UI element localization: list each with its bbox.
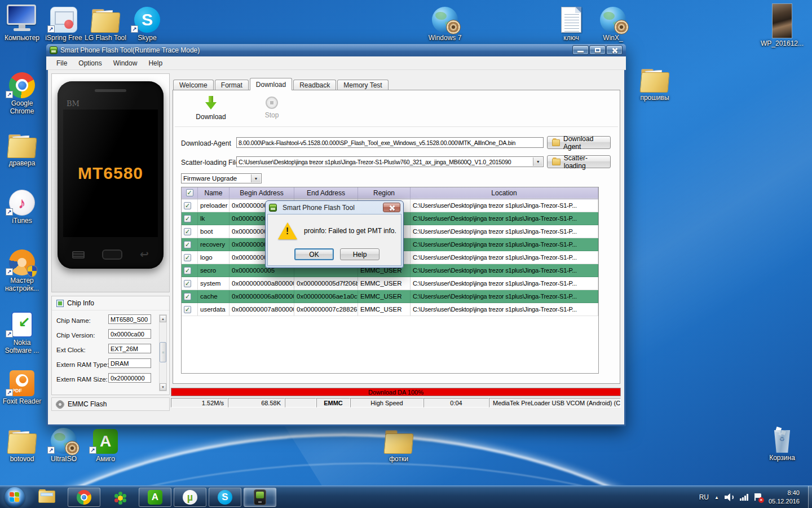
- desktop-icon-proshivy[interactable]: прошивы: [633, 63, 677, 102]
- network-signal-icon[interactable]: [740, 494, 748, 501]
- row-checkbox[interactable]: ✓: [182, 199, 198, 212]
- scatter-button-label: Scatter-loading: [564, 154, 606, 170]
- scroll-up-icon[interactable]: ▲: [160, 315, 166, 322]
- desktop-icon-windows7[interactable]: Windows 7: [423, 3, 467, 42]
- tab-format[interactable]: Format: [215, 80, 249, 90]
- dialog-body: proinfo: Failed to get PMT info. OK Help: [267, 214, 401, 266]
- select-all-checkbox[interactable]: ✓: [182, 187, 198, 199]
- menu-help[interactable]: Help: [143, 58, 168, 69]
- desktop-icon-chrome[interactable]: ↗ Google Chrome: [0, 69, 44, 116]
- row-checkbox[interactable]: ✓: [182, 225, 198, 238]
- chevron-down-icon[interactable]: ▼: [251, 174, 261, 182]
- tab-welcome[interactable]: Welcome: [173, 80, 214, 90]
- dialog-close-button[interactable]: [383, 203, 400, 212]
- desktop-icon-lg-flash-tool[interactable]: LG Flash Tool: [83, 3, 127, 42]
- shortcut-arrow-icon: ↗: [89, 446, 96, 454]
- chip-name-value[interactable]: MT6580_S00: [108, 314, 151, 324]
- taskbar-flashtool-button[interactable]: [244, 488, 276, 507]
- taskbar-utorrent-button[interactable]: µ: [174, 488, 206, 507]
- desktop-icon-kluch[interactable]: ключ: [549, 3, 593, 42]
- clock[interactable]: 8:40 05.12.2016: [769, 489, 800, 506]
- desktop-icon-wp-photo[interactable]: WP_201612...: [760, 2, 804, 48]
- desktop-icon-skype[interactable]: S↗ Skype: [125, 3, 169, 42]
- desktop-icon-ultraiso[interactable]: ↗ UltraISO: [42, 424, 86, 463]
- scatter-file-combo[interactable]: C:\Users\user\Desktop\jinga trezor s1plu…: [236, 156, 544, 167]
- window-titlebar[interactable]: Smart Phone Flash Tool(Runtime Trace Mod…: [46, 44, 626, 56]
- desktop-icon-master-nastroek[interactable]: ↗ Мастер настройк...: [0, 246, 44, 293]
- firmware-mode-select[interactable]: Firmware Upgrade ▼: [181, 173, 262, 183]
- scrollbar-thumb[interactable]: ≡: [160, 342, 166, 362]
- taskbar-explorer-button[interactable]: [37, 489, 60, 505]
- col-begin[interactable]: Begin Address: [230, 187, 294, 199]
- row-checkbox[interactable]: ✓: [182, 264, 198, 277]
- ram-type-value[interactable]: DRAM: [108, 358, 151, 368]
- desktop-icon-recycle-bin[interactable]: ♻ Корзина: [760, 423, 804, 462]
- taskbar-skype-button[interactable]: S: [209, 488, 241, 507]
- col-end[interactable]: End Address: [294, 187, 358, 199]
- desktop-icon-fotki[interactable]: фотки: [377, 424, 421, 463]
- download-button-label: Download: [196, 113, 226, 121]
- taskbar-chrome-button[interactable]: [68, 488, 100, 507]
- action-center-flag-icon[interactable]: ×: [754, 493, 763, 502]
- taskbar-amigo-button[interactable]: A: [139, 488, 171, 507]
- close-button[interactable]: [606, 45, 623, 55]
- download-button[interactable]: Download: [190, 95, 232, 124]
- cell-location: C:\Users\user\Desktop\jinga trezor s1plu…: [411, 290, 598, 303]
- ram-size-value[interactable]: 0x20000000: [108, 373, 151, 383]
- chip-info-scrollbar[interactable]: ▲ ≡ ▼: [159, 314, 167, 391]
- desktop-icon-foxit[interactable]: PDF↗ Foxit Reader: [0, 367, 44, 406]
- stop-button[interactable]: Stop: [251, 95, 293, 124]
- computer-icon: [7, 5, 37, 33]
- desktop-icon-label: Корзина: [760, 454, 804, 462]
- emmc-flash-section[interactable]: EMMC Flash: [51, 397, 170, 411]
- row-checkbox[interactable]: ✓: [182, 238, 198, 251]
- desktop-icon-itunes[interactable]: ♪↗ iTunes: [0, 186, 44, 225]
- cell-location: C:\Users\user\Desktop\jinga trezor s1plu…: [411, 199, 598, 212]
- taskbar-icq-button[interactable]: [111, 491, 130, 505]
- download-agent-button[interactable]: Download Agent: [547, 136, 611, 149]
- start-button[interactable]: [5, 487, 25, 507]
- row-checkbox[interactable]: ✓: [182, 303, 198, 316]
- volume-icon[interactable]: [725, 493, 734, 501]
- col-location[interactable]: Location: [411, 187, 598, 199]
- desktop-icon-computer[interactable]: Компьютер: [0, 3, 44, 42]
- desktop-icon-winx[interactable]: WinX_: [591, 3, 635, 42]
- show-desktop-button[interactable]: [808, 486, 812, 508]
- table-row[interactable]: ✓ system 0x000000000a800000 0x000000005d…: [182, 277, 598, 290]
- tab-download[interactable]: Download: [250, 78, 292, 90]
- language-indicator[interactable]: RU: [699, 493, 709, 501]
- desktop-icon-ispring[interactable]: ↗ iSpring Free: [42, 3, 86, 42]
- row-checkbox[interactable]: ✓: [182, 212, 198, 225]
- desktop-icon-amigo[interactable]: A↗ Амиго: [83, 424, 127, 463]
- chip-version-value[interactable]: 0x0000ca00: [108, 329, 151, 339]
- tab-memory-test[interactable]: Memory Test: [337, 80, 388, 90]
- ok-button[interactable]: OK: [294, 248, 334, 260]
- table-row[interactable]: ✓ cache 0x000000006a800000 0x000000006ae…: [182, 290, 598, 303]
- cell-region: EMMC_USER: [358, 303, 411, 316]
- menu-window[interactable]: Window: [108, 58, 143, 69]
- scatter-loading-button[interactable]: Scatter-loading: [547, 155, 611, 168]
- desktop-icon-botovod[interactable]: botovod: [0, 424, 44, 463]
- hidden-icons-chevron[interactable]: ▲: [714, 495, 719, 500]
- col-region[interactable]: Region: [358, 187, 411, 199]
- scroll-down-icon[interactable]: ▼: [160, 383, 166, 391]
- download-agent-input[interactable]: 8.00.000\Pack-Flashtool-v5.1528.00.000\S…: [236, 137, 544, 148]
- menu-file[interactable]: File: [51, 58, 73, 69]
- cell-end: 0x000000006ae1a0cf: [294, 290, 358, 303]
- ext-clock-value[interactable]: EXT_26M: [108, 344, 151, 353]
- help-button[interactable]: Help: [340, 248, 379, 260]
- tab-readback[interactable]: Readback: [293, 80, 336, 90]
- maximize-button[interactable]: [589, 45, 606, 55]
- cell-name: secro: [198, 264, 230, 277]
- row-checkbox[interactable]: ✓: [182, 290, 198, 303]
- col-name[interactable]: Name: [198, 187, 230, 199]
- row-checkbox[interactable]: ✓: [182, 251, 198, 264]
- menu-options[interactable]: Options: [73, 58, 107, 69]
- desktop-icon-nokia-software[interactable]: ↙↗ Nokia Software ...: [0, 308, 44, 355]
- chevron-down-icon[interactable]: ▼: [533, 157, 542, 166]
- table-row[interactable]: ✓ userdata 0x000000007a800000 0x00000000…: [182, 303, 598, 316]
- row-checkbox[interactable]: ✓: [182, 277, 198, 290]
- gear-icon: [56, 401, 64, 408]
- desktop-icon-dravera[interactable]: дравера: [0, 129, 44, 168]
- minimize-button[interactable]: [572, 45, 589, 55]
